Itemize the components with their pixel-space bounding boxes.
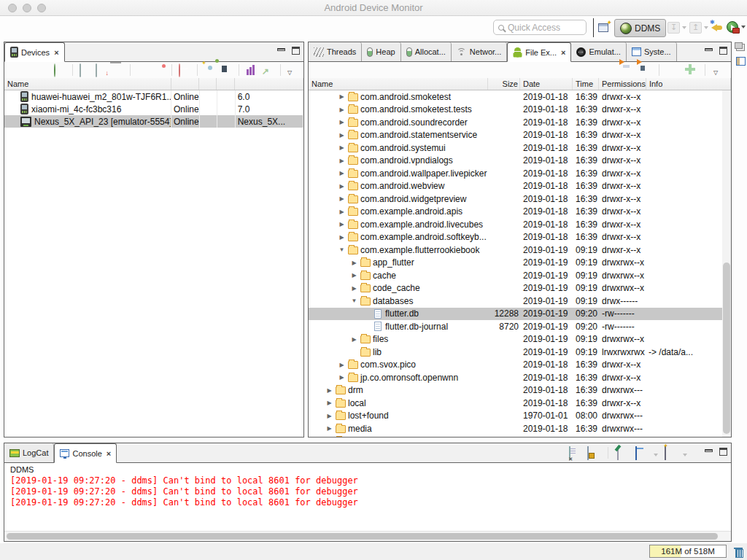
run-garbage-collector-button[interactable] [734,546,743,557]
expand-arrow-icon[interactable]: ▶ [338,170,346,176]
tree-row[interactable]: ▶com.android.wallpaper.livepicker 2019-0… [309,167,731,180]
pull-file-button[interactable] [622,64,633,76]
tree-row[interactable]: ▶local 2019-01-18 16:39 drwxr-x--x [309,397,731,410]
expand-arrow-icon[interactable]: ▶ [338,362,346,368]
tree-row[interactable]: ▼com.example.flutterrookiebook 2019-01-1… [309,244,731,257]
expand-arrow-icon[interactable]: ▶ [338,93,346,100]
tab-console[interactable]: Console × [54,443,117,463]
push-file-button[interactable] [639,64,651,76]
tree-row[interactable]: ▶com.example.android.livecubes 2019-01-1… [309,218,731,231]
quick-access-box[interactable] [493,20,587,35]
close-icon[interactable]: × [107,449,111,458]
display-selected-console-button[interactable] [635,447,647,459]
clear-console-button[interactable] [569,447,581,459]
tab-threads[interactable]: Threads [309,42,362,61]
quick-access-input[interactable] [508,23,575,33]
tree-row[interactable]: ▶app_flutter 2019-01-19 09:19 drwxrwx--x [309,257,731,270]
view-menu-icon[interactable]: ▽ [713,64,725,76]
close-icon[interactable]: × [54,48,58,57]
screen-capture-button[interactable] [204,64,216,76]
tree-row[interactable]: flutter.db 12288 2019-01-19 09:20 -rw---… [309,308,731,321]
tree-row[interactable]: ▶com.example.android.apis 2019-01-18 16:… [309,206,731,219]
minimize-view-icon[interactable] [705,449,713,452]
scrollbar-thumb[interactable] [7,533,718,540]
restore-views-icon[interactable] [736,44,745,51]
minimize-view-icon[interactable] [277,48,285,51]
expand-arrow-icon[interactable]: ▶ [338,221,346,228]
tab-system-information[interactable]: Syste... [627,42,677,61]
tree-row[interactable]: ▶com.android.smoketest.tests 2019-01-18 … [309,104,731,117]
device-row[interactable]: Nexus_5X_API_23 [emulator-5554] Online N… [4,115,303,128]
next-annotation-button[interactable] [689,22,702,34]
expand-arrow-icon[interactable]: ▶ [338,209,346,215]
expand-arrow-icon[interactable]: ▶ [350,285,358,292]
back-history-button[interactable]: ✱ [711,24,723,31]
last-edit-location-button[interactable] [667,22,680,34]
systrace-button[interactable]: ↗ [262,64,274,76]
tab-heap[interactable]: Heap [362,42,400,61]
expand-arrow-icon[interactable]: ▶ [338,132,346,139]
tab-network-statistics[interactable]: Networ... [452,42,507,61]
maximize-view-icon[interactable] [719,448,727,456]
open-console-button[interactable] [665,447,676,459]
tree-row[interactable]: ▶com.example.android.softkeyb... 2019-01… [309,231,731,244]
tree-row[interactable]: ▶mediadrm 2019-01-18 16:39 drwxrwx--- [309,435,731,438]
maximize-view-icon[interactable] [719,47,727,55]
tab-file-explorer[interactable]: File Ex... × [507,42,571,62]
tree-row[interactable]: ▶com.android.vpndialogs 2019-01-18 16:39… [309,155,731,168]
tree-row[interactable]: ▶com.android.smoketest 2019-01-18 16:39 … [309,90,731,104]
expand-arrow-icon[interactable]: ▼ [338,246,346,253]
device-row[interactable]: huawei-huawei_m2_801w-TJF6R1... Online 6… [4,90,303,103]
expand-arrow-icon[interactable]: ▶ [338,119,346,125]
expand-arrow-icon[interactable]: ▶ [325,425,333,432]
scroll-lock-button[interactable] [587,447,599,459]
tree-row[interactable]: lib 2019-01-19 09:19 lrwxrwxrwx -> /data… [309,346,731,359]
stop-process-button[interactable] [179,64,190,76]
tree-row[interactable]: ▶files 2019-01-19 09:19 drwxrwx--x [309,333,731,346]
tree-row[interactable]: ▶com.android.webview 2019-01-18 16:39 dr… [309,180,731,193]
cause-gc-button[interactable] [112,64,123,76]
new-folder-button[interactable] [685,64,697,76]
horizontal-scrollbar[interactable] [4,531,731,541]
tab-emulator-control[interactable]: Emulat... [571,42,626,61]
tree-row[interactable]: ▶com.svox.pico 2019-01-18 16:39 drwxr-x-… [309,359,731,372]
tree-row[interactable]: ▶jp.co.omronsoft.openwnn 2019-01-18 16:3… [309,371,731,384]
tab-logcat[interactable]: LogCat [4,443,54,462]
tree-row[interactable]: ▶com.android.statementservice 2019-01-18… [309,129,731,142]
maximize-view-icon[interactable] [292,47,300,55]
device-view-button[interactable] [220,64,232,76]
close-icon[interactable]: × [561,48,565,57]
ddms-perspective-button[interactable]: DDMS [614,19,666,37]
tab-devices[interactable]: Devices × [4,42,65,62]
tree-row[interactable]: ▶media 2019-01-18 16:39 drwxrwx--- [309,422,731,435]
dump-hprof-button[interactable]: ↓ [96,64,107,76]
tree-row[interactable]: ▶cache 2019-01-19 09:19 drwxrwx--x [309,269,731,282]
open-console-dropdown-icon[interactable] [683,454,687,456]
expand-arrow-icon[interactable]: ▶ [338,106,346,113]
tree-row[interactable]: ▶com.android.widgetpreview 2019-01-18 16… [309,192,731,206]
expand-arrow-icon[interactable]: ▶ [350,272,358,279]
update-heap-button[interactable] [80,64,91,76]
pin-console-button[interactable] [617,447,629,459]
minimize-view-icon[interactable] [705,48,713,51]
tree-row[interactable]: flutter.db-journal 8720 2019-01-19 09:20… [309,320,731,333]
tree-row[interactable]: ▶com.android.soundrecorder 2019-01-18 16… [309,116,731,129]
update-threads-button[interactable] [137,64,149,76]
scrollbar-thumb[interactable] [723,262,730,434]
run-external-tools-button[interactable] [727,21,738,33]
start-method-profiling-button[interactable] [153,64,165,76]
view-menu-icon[interactable]: ▽ [287,64,299,76]
expand-arrow-icon[interactable]: ▶ [325,413,333,419]
device-row[interactable]: xiaomi-mi_4c-fc3bc316 Online 7.0 [4,103,303,115]
tab-allocation-tracker[interactable]: Allocat... [401,42,452,61]
hierarchy-view-button[interactable] [246,64,258,76]
open-perspective-button[interactable]: ✦ [598,21,611,34]
expand-arrow-icon[interactable]: ▼ [350,298,358,304]
run-external-dropdown-icon[interactable] [741,26,746,28]
tree-row[interactable]: ▶com.android.systemui 2019-01-18 16:39 d… [309,141,731,155]
expand-arrow-icon[interactable]: ▶ [338,374,346,381]
tree-row[interactable]: ▶lost+found 1970-01-01 08:00 drwxrwx--- [309,410,731,423]
next-annotation-dropdown-icon[interactable] [704,26,708,29]
tree-row[interactable]: ▼databases 2019-01-19 09:19 drwx------ [309,295,731,308]
expand-arrow-icon[interactable]: ▶ [338,144,346,151]
